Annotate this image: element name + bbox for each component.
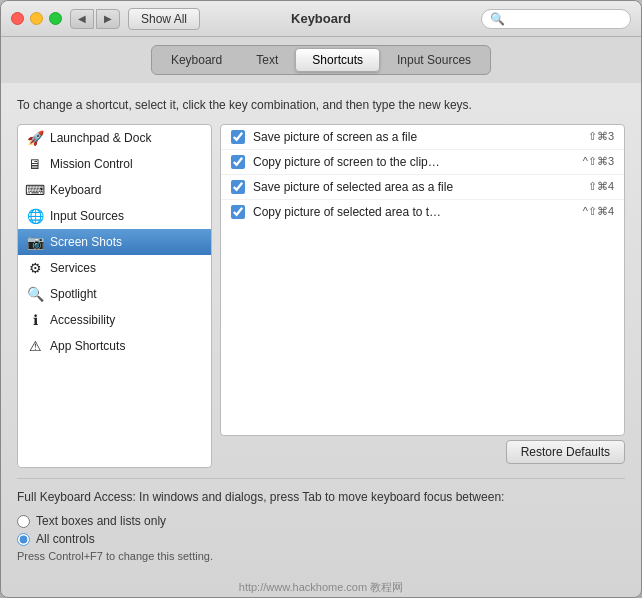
sidebar-label-spotlight: Spotlight bbox=[50, 287, 97, 301]
nav-buttons: ◀ ▶ bbox=[70, 9, 120, 29]
shortcut-item-3: Save picture of selected area as a file … bbox=[221, 175, 624, 200]
content-area: To change a shortcut, select it, click t… bbox=[1, 83, 641, 576]
sidebar-item-app-shortcuts[interactable]: ⚠ App Shortcuts bbox=[18, 333, 211, 359]
sidebar-item-spotlight[interactable]: 🔍 Spotlight bbox=[18, 281, 211, 307]
tab-input-sources[interactable]: Input Sources bbox=[380, 48, 488, 72]
toolbar: Keyboard Text Shortcuts Input Sources bbox=[1, 37, 641, 83]
shortcut-checkbox-3[interactable] bbox=[231, 180, 245, 194]
search-bar: 🔍 bbox=[481, 9, 631, 29]
sidebar-item-keyboard[interactable]: ⌨ Keyboard bbox=[18, 177, 211, 203]
shortcut-checkbox-4[interactable] bbox=[231, 205, 245, 219]
radio-text-boxes[interactable]: Text boxes and lists only bbox=[17, 514, 625, 528]
restore-defaults-button[interactable]: Restore Defaults bbox=[506, 440, 625, 464]
sidebar-item-input-sources[interactable]: 🌐 Input Sources bbox=[18, 203, 211, 229]
bottom-hint: Press Control+F7 to change this setting. bbox=[17, 550, 625, 562]
forward-button[interactable]: ▶ bbox=[96, 9, 120, 29]
search-icon: 🔍 bbox=[490, 12, 505, 26]
shortcut-label-4: Copy picture of selected area to t… bbox=[253, 205, 575, 219]
titlebar: ◀ ▶ Show All Keyboard 🔍 bbox=[1, 1, 641, 37]
full-keyboard-access-text: Full Keyboard Access: In windows and dia… bbox=[17, 489, 625, 506]
shortcut-keys-2: ^⇧⌘3 bbox=[583, 155, 614, 168]
shortcut-keys-1: ⇧⌘3 bbox=[588, 130, 614, 143]
shortcut-label-1: Save picture of screen as a file bbox=[253, 130, 580, 144]
sidebar-label-app-shortcuts: App Shortcuts bbox=[50, 339, 125, 353]
sidebar-label-launchpad: Launchpad & Dock bbox=[50, 131, 151, 145]
shortcut-panel: Save picture of screen as a file ⇧⌘3 Cop… bbox=[220, 124, 625, 468]
sidebar-item-services[interactable]: ⚙ Services bbox=[18, 255, 211, 281]
sidebar-label-keyboard: Keyboard bbox=[50, 183, 101, 197]
sidebar-label-screen-shots: Screen Shots bbox=[50, 235, 122, 249]
close-button[interactable] bbox=[11, 12, 24, 25]
search-input[interactable] bbox=[509, 12, 622, 26]
app-shortcuts-icon: ⚠ bbox=[26, 337, 44, 355]
watermark: http://www.hackhome.com 教程网 bbox=[1, 576, 641, 597]
keyboard-window: ◀ ▶ Show All Keyboard 🔍 Keyboard Text Sh… bbox=[0, 0, 642, 598]
mission-control-icon: 🖥 bbox=[26, 155, 44, 173]
restore-defaults-row: Restore Defaults bbox=[220, 436, 625, 468]
main-area: 🚀 Launchpad & Dock 🖥 Mission Control ⌨ K… bbox=[17, 124, 625, 468]
sidebar-item-launchpad[interactable]: 🚀 Launchpad & Dock bbox=[18, 125, 211, 151]
shortcut-item-4: Copy picture of selected area to t… ^⇧⌘4 bbox=[221, 200, 624, 224]
sidebar-label-accessibility: Accessibility bbox=[50, 313, 115, 327]
window-title: Keyboard bbox=[291, 11, 351, 26]
tab-bar: Keyboard Text Shortcuts Input Sources bbox=[151, 45, 491, 75]
accessibility-icon: ℹ bbox=[26, 311, 44, 329]
sidebar-label-mission-control: Mission Control bbox=[50, 157, 133, 171]
sidebar: 🚀 Launchpad & Dock 🖥 Mission Control ⌨ K… bbox=[17, 124, 212, 468]
radio-all-controls-label: All controls bbox=[36, 532, 95, 546]
launchpad-icon: 🚀 bbox=[26, 129, 44, 147]
spotlight-icon: 🔍 bbox=[26, 285, 44, 303]
shortcut-item-1: Save picture of screen as a file ⇧⌘3 bbox=[221, 125, 624, 150]
tab-text[interactable]: Text bbox=[239, 48, 295, 72]
shortcut-label-2: Copy picture of screen to the clip… bbox=[253, 155, 575, 169]
shortcut-keys-4: ^⇧⌘4 bbox=[583, 205, 614, 218]
shortcut-list: Save picture of screen as a file ⇧⌘3 Cop… bbox=[220, 124, 625, 436]
bottom-section: Full Keyboard Access: In windows and dia… bbox=[17, 478, 625, 562]
input-sources-icon: 🌐 bbox=[26, 207, 44, 225]
shortcut-checkbox-1[interactable] bbox=[231, 130, 245, 144]
shortcut-keys-3: ⇧⌘4 bbox=[588, 180, 614, 193]
tab-shortcuts[interactable]: Shortcuts bbox=[295, 48, 380, 72]
sidebar-item-accessibility[interactable]: ℹ Accessibility bbox=[18, 307, 211, 333]
sidebar-label-input-sources: Input Sources bbox=[50, 209, 124, 223]
tab-keyboard[interactable]: Keyboard bbox=[154, 48, 239, 72]
radio-all-controls[interactable]: All controls bbox=[17, 532, 625, 546]
radio-text-boxes-input[interactable] bbox=[17, 515, 30, 528]
instruction-text: To change a shortcut, select it, click t… bbox=[17, 97, 625, 114]
shortcut-item-2: Copy picture of screen to the clip… ^⇧⌘3 bbox=[221, 150, 624, 175]
sidebar-item-screen-shots[interactable]: 📷 Screen Shots bbox=[18, 229, 211, 255]
shortcut-checkbox-2[interactable] bbox=[231, 155, 245, 169]
show-all-button[interactable]: Show All bbox=[128, 8, 200, 30]
screen-shots-icon: 📷 bbox=[26, 233, 44, 251]
sidebar-item-mission-control[interactable]: 🖥 Mission Control bbox=[18, 151, 211, 177]
shortcut-label-3: Save picture of selected area as a file bbox=[253, 180, 580, 194]
traffic-lights bbox=[11, 12, 62, 25]
back-button[interactable]: ◀ bbox=[70, 9, 94, 29]
sidebar-label-services: Services bbox=[50, 261, 96, 275]
keyboard-icon: ⌨ bbox=[26, 181, 44, 199]
minimize-button[interactable] bbox=[30, 12, 43, 25]
radio-text-boxes-label: Text boxes and lists only bbox=[36, 514, 166, 528]
maximize-button[interactable] bbox=[49, 12, 62, 25]
services-icon: ⚙ bbox=[26, 259, 44, 277]
radio-all-controls-input[interactable] bbox=[17, 533, 30, 546]
